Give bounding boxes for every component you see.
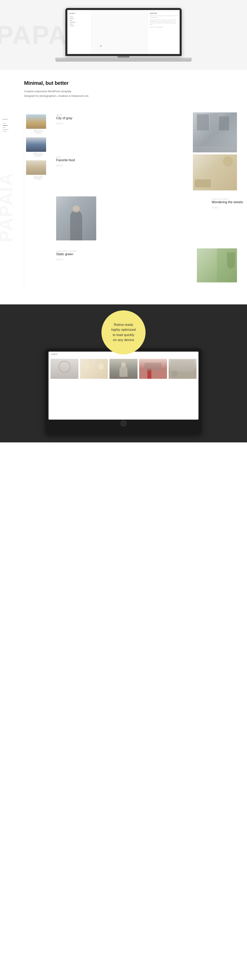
post-image-1: [193, 112, 237, 153]
list-item: FEBRUARY 6, 2014STATIC LANDSCAPE0 COMMEN…: [26, 137, 50, 157]
post-thumb-beach: [26, 115, 46, 129]
mini-nav-about: About: [3, 123, 21, 124]
tablet-home-button: [120, 420, 127, 426]
screen-quote-text: The life a a life of S against th: [151, 26, 178, 28]
post-image-4: [197, 248, 237, 282]
mini-logo: p>p>i>: [3, 118, 21, 120]
laptop-base: [55, 57, 192, 62]
mini-sidebar: p>p>i> About Projects Blog Styleguide Co…: [0, 115, 24, 293]
screen-right-title: About Papa: [150, 13, 178, 14]
post-date-3: JANUARY 6, 2014STATIC LANDSCAPE0 COMMENT…: [26, 176, 50, 180]
screen-nav-shop: Shop: [70, 24, 89, 25]
screen-nav-projects: Projects: [70, 18, 89, 19]
screen-figure-icon: ✦: [99, 44, 102, 48]
post-info-2: FOOD Favorite food Details: [56, 156, 88, 167]
blog-preview-section: PAPAIA p>p>i> About Projects Blog Styleg…: [0, 110, 247, 304]
tablet-section: p>p>i>: [0, 360, 247, 442]
laptop-section: PAPAIA p>p>i> About Projects Blog Styleg…: [0, 0, 247, 70]
tablet-content-grid: [48, 357, 199, 420]
blog-post-city-of-gray: URBAN City of gray Details: [56, 115, 243, 146]
tablet-grid-item-woman-portrait: [109, 359, 137, 418]
screen-right-text2: The real ipsum ad consectetur adipiscing…: [150, 19, 178, 25]
post-title-3: Wondering the streets: [212, 200, 243, 204]
screen-sidebar: p>p>i> About Projects Blog Styleguide Sh…: [67, 10, 91, 54]
post-info-1: URBAN City of gray Details: [56, 115, 88, 125]
post-info-4: LANDSCAPES / GARDEN Static green Details: [56, 250, 88, 261]
screen-logo: p>p>i>: [70, 13, 89, 14]
tablet-grid-item-red-person: [139, 359, 167, 418]
description-title: Minimal, but better: [24, 80, 223, 86]
post-category-2: FOOD: [56, 156, 88, 158]
screen-main: ✦: [91, 10, 148, 54]
laptop-screen-inner: p>p>i> About Projects Blog Styleguide Sh…: [67, 10, 180, 54]
post-date-1: FEBRUARY 6, 2014STATIC LANDSCAPE0 COMMEN…: [26, 130, 50, 134]
screen-quote-block: The life a a life of S against th: [150, 26, 178, 28]
list-item: JANUARY 6, 2014STATIC LANDSCAPE0 COMMENT…: [26, 161, 50, 180]
laptop-screen-outer: p>p>i> About Projects Blog Styleguide Sh…: [65, 8, 182, 56]
mini-nav-styleguide: Styleguide: [3, 129, 21, 130]
screen-nav-about: About: [70, 16, 89, 18]
blog-post-favorite-food: FOOD Favorite food Details: [56, 156, 243, 188]
post-image-2: [193, 154, 237, 190]
blog-posts-right-column: URBAN City of gray Details FOOD Favorite…: [52, 115, 247, 293]
tablet-home-button-bar: [48, 420, 199, 426]
screen-nav-styleguide: Styleguide: [70, 22, 89, 23]
screen-right-panel: About Papa Papaia represents simple thin…: [148, 10, 180, 54]
tablet-screen: p>p>i>: [48, 352, 199, 420]
retina-badge: Retina ready highly optimized to load qu…: [101, 310, 146, 355]
mini-nav: About Projects Blog Styleguide Contact: [3, 123, 21, 132]
mini-nav-blog: Blog: [3, 127, 21, 128]
post-title-1: City of gray: [56, 116, 88, 120]
blog-post-wondering-streets: PEOPLE PORTRAITS Wondering the streets D…: [56, 199, 243, 239]
retina-section: Retina ready highly optimized to load qu…: [0, 304, 247, 360]
laptop-mockup: p>p>i> About Projects Blog Styleguide Sh…: [55, 8, 192, 64]
screen-nav-contact: Contact: [70, 25, 89, 26]
description-line2: Designed for photographers, creatives & …: [24, 94, 223, 98]
post-date-2: FEBRUARY 6, 2014STATIC LANDSCAPE0 COMMEN…: [26, 153, 50, 157]
description-line1: Creative responsive WordPress template: [24, 89, 223, 94]
screen-right-text1: Papaia represents simple things in lif. …: [150, 15, 178, 18]
post-details-link-1[interactable]: Details: [56, 123, 63, 124]
post-thumb-mountain: [26, 137, 46, 152]
post-thumb-food: [26, 161, 46, 175]
post-category-1: URBAN: [56, 115, 88, 116]
tablet-grid-item-architecture: [168, 359, 196, 418]
tablet-img-woman: [109, 359, 137, 379]
tablet-logo: p>p>i>: [52, 353, 58, 355]
tablet-grid-item-eggs: [80, 359, 108, 418]
post-image-3-large: [56, 196, 96, 240]
tablet-mockup: p>p>i>: [45, 348, 202, 434]
post-details-link-4[interactable]: Details: [56, 259, 63, 260]
blog-post-static-green: LANDSCAPES / GARDEN Static green Details: [56, 250, 243, 282]
screen-nav-blog: Blog: [70, 20, 89, 21]
mini-nav-contact: Contact: [3, 131, 21, 132]
tablet-img-architecture: [168, 359, 196, 379]
post-info-3: PEOPLE PORTRAITS Wondering the streets D…: [212, 199, 243, 208]
post-details-link-2[interactable]: Details: [56, 165, 63, 166]
screen-nav: About Projects Blog Styleguide Shop Cont…: [70, 16, 89, 26]
tablet-img-eggs: [80, 359, 108, 379]
tablet-img-red-person: [139, 359, 167, 379]
description-section: Minimal, but better Creative responsive …: [0, 70, 247, 110]
list-item: FEBRUARY 6, 2014STATIC LANDSCAPE0 COMMEN…: [26, 115, 50, 134]
blog-posts-left-column: FEBRUARY 6, 2014STATIC LANDSCAPE0 COMMEN…: [24, 115, 52, 293]
laptop-notch: [117, 56, 130, 57]
tablet-img-ferris-wheel: [51, 359, 79, 379]
post-title-4: Static green: [56, 252, 88, 256]
tablet-grid-item-ferris-wheel: [51, 359, 79, 418]
post-title-2: Favorite food: [56, 158, 88, 162]
post-category-3: PEOPLE PORTRAITS: [212, 199, 243, 200]
post-category-4: LANDSCAPES / GARDEN: [56, 250, 88, 252]
mini-nav-projects: Projects: [3, 125, 21, 126]
retina-badge-text: Retina ready highly optimized to load qu…: [111, 322, 136, 343]
tablet-frame: p>p>i>: [45, 348, 202, 434]
post-details-link-3[interactable]: Details: [212, 207, 219, 208]
